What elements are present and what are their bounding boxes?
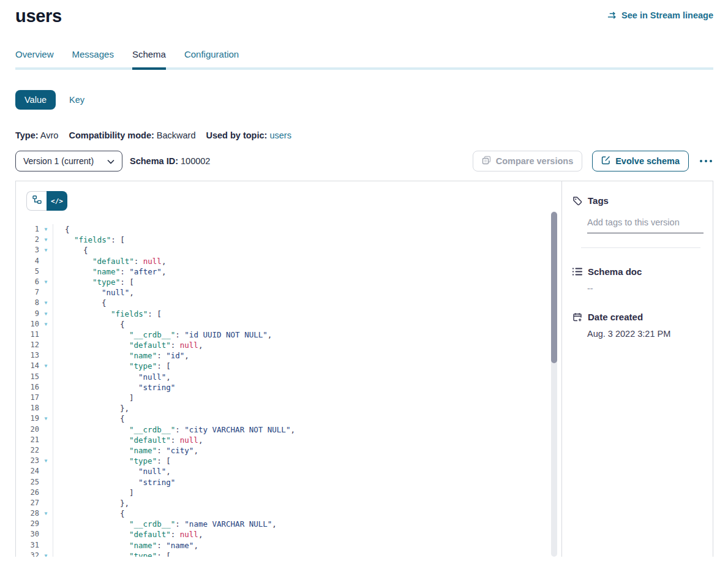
line-number: 5 — [16, 266, 39, 277]
line-number: 1 — [16, 224, 39, 235]
key-toggle-button[interactable]: Key — [69, 90, 84, 110]
line-number: 16 — [16, 382, 39, 393]
more-options-dot — [700, 160, 702, 162]
line-number: 14 — [16, 361, 39, 371]
line-number: 17 — [16, 393, 39, 403]
compatibility-meta: Compatibility mode: Backward — [69, 130, 195, 140]
more-options-button[interactable] — [699, 156, 713, 166]
code-text: { — [53, 298, 107, 308]
line-number: 27 — [16, 498, 39, 508]
see-in-stream-lineage-link[interactable]: See in Stream lineage — [607, 10, 713, 20]
topic-link[interactable]: users — [269, 130, 291, 140]
line-number: 2 — [16, 235, 39, 245]
code-text: "string" — [53, 382, 175, 393]
compare-versions-label: Compare versions — [496, 156, 574, 166]
collapse-arrow-icon[interactable]: ▼ — [39, 309, 53, 319]
code-line: 31"name": "name", — [16, 540, 549, 551]
collapse-arrow-placeholder — [39, 393, 53, 403]
code-text: "__crdb__": "city VARCHAR NOT NULL", — [53, 424, 295, 435]
collapse-arrow-placeholder — [39, 477, 53, 488]
schema-id-value: 100002 — [181, 156, 210, 166]
line-number: 20 — [16, 424, 39, 435]
code-text: "type": [ — [53, 277, 134, 287]
code-line: 21"default": null, — [16, 435, 549, 445]
schema-doc-header: Schema doc — [572, 266, 705, 277]
collapse-arrow-icon[interactable]: ▼ — [39, 298, 53, 308]
tags-title: Tags — [588, 195, 609, 206]
collapse-arrow-placeholder — [39, 266, 53, 277]
code-text: { — [53, 508, 125, 519]
code-text: { — [53, 224, 70, 235]
collapse-arrow-icon[interactable]: ▼ — [39, 456, 53, 466]
collapse-arrow-placeholder — [39, 540, 53, 551]
editor-scrollbar-thumb[interactable] — [551, 212, 557, 363]
collapse-arrow-placeholder — [39, 488, 53, 498]
page-title: users — [15, 6, 62, 26]
schema-doc-value: -- — [587, 284, 705, 293]
code-view-icon: </> — [51, 197, 63, 205]
collapse-arrow-placeholder — [39, 287, 53, 298]
collapse-arrow-placeholder — [39, 519, 53, 529]
chevron-down-icon — [107, 156, 114, 166]
code-text: "__crdb__": "id UUID NOT NULL", — [53, 329, 272, 340]
collapse-arrow-icon[interactable]: ▼ — [39, 361, 53, 371]
code-text: "null", — [53, 287, 134, 298]
add-tags-input[interactable] — [587, 217, 704, 233]
editor-scrollbar[interactable] — [551, 211, 557, 557]
collapse-arrow-icon[interactable]: ▼ — [39, 277, 53, 287]
code-line: 1▼{ — [16, 224, 549, 235]
page-header: users See in Stream lineage — [15, 0, 713, 26]
line-number: 18 — [16, 403, 39, 413]
tab-overview[interactable]: Overview — [15, 49, 54, 70]
collapse-arrow-placeholder — [39, 424, 53, 435]
collapse-arrow-icon[interactable]: ▼ — [39, 245, 53, 255]
collapse-arrow-icon[interactable]: ▼ — [39, 413, 53, 424]
code-line: 6▼"type": [ — [16, 277, 549, 287]
code-text: "null", — [53, 466, 171, 476]
collapse-arrow-placeholder — [39, 329, 53, 340]
code-text: "name": "id", — [53, 350, 189, 361]
schema-page: users See in Stream lineage Overview Mes… — [0, 0, 728, 557]
code-text: ] — [53, 488, 134, 498]
collapse-arrow-icon[interactable]: ▼ — [39, 508, 53, 519]
collapse-arrow-icon[interactable]: ▼ — [39, 224, 53, 235]
tree-view-button[interactable] — [26, 191, 47, 211]
version-select[interactable]: Version 1 (current) — [15, 151, 122, 171]
evolve-schema-label: Evolve schema — [615, 156, 680, 166]
code-text: "default": null, — [53, 529, 203, 540]
tab-configuration[interactable]: Configuration — [184, 49, 239, 70]
code-line: 4"default": null, — [16, 256, 549, 266]
code-text: ] — [53, 393, 134, 403]
code-line: 32▼"type": [ — [16, 551, 549, 557]
compatibility-value: Backward — [157, 130, 196, 140]
code-line: 2▼"fields": [ — [16, 235, 549, 245]
collapse-arrow-icon[interactable]: ▼ — [39, 319, 53, 329]
line-number: 6 — [16, 277, 39, 287]
collapse-arrow-placeholder — [39, 382, 53, 393]
line-number: 28 — [16, 508, 39, 519]
line-number: 24 — [16, 466, 39, 476]
evolve-schema-button[interactable]: Evolve schema — [592, 151, 689, 171]
code-line: 30"default": null, — [16, 529, 549, 540]
tag-icon — [572, 196, 582, 206]
tab-messages[interactable]: Messages — [72, 49, 114, 70]
code-text: "name": "name", — [53, 540, 198, 551]
collapse-arrow-placeholder — [39, 256, 53, 266]
tab-schema[interactable]: Schema — [132, 49, 166, 70]
code-line: 16"string" — [16, 382, 549, 393]
calendar-plus-icon — [572, 312, 582, 322]
code-view-button[interactable]: </> — [47, 191, 67, 211]
line-number: 15 — [16, 372, 39, 382]
code-lines: 1▼{2▼"fields": [3▼{4"default": null,5"na… — [16, 224, 549, 557]
code-line: 19▼{ — [16, 413, 549, 424]
collapse-arrow-placeholder — [39, 529, 53, 540]
line-number: 8 — [16, 298, 39, 308]
schema-panel: </> 1▼{2▼"fields": [3▼{4"default": null,… — [15, 181, 713, 557]
compare-versions-button[interactable]: Compare versions — [473, 151, 583, 171]
value-toggle-button[interactable]: Value — [15, 90, 56, 110]
more-options-dot — [710, 160, 712, 162]
code-line: 26] — [16, 488, 549, 498]
line-number: 26 — [16, 488, 39, 498]
collapse-arrow-icon[interactable]: ▼ — [39, 551, 53, 557]
collapse-arrow-icon[interactable]: ▼ — [39, 235, 53, 245]
